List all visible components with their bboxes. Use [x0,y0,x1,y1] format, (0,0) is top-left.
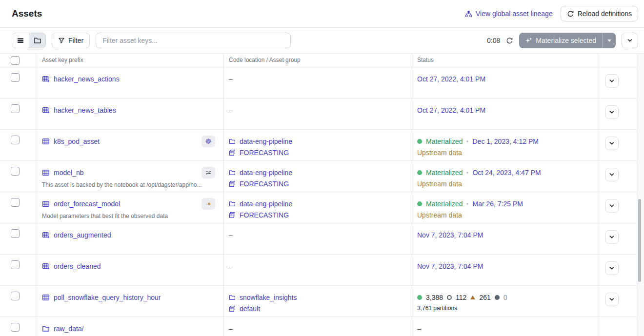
row-actions-button[interactable] [605,230,619,244]
table-plus-icon [42,106,50,114]
asset-key-link[interactable]: raw_data/ [54,325,83,333]
asset-group-icon [229,305,236,312]
table-icon [42,294,50,301]
failed-partitions-dot-icon [495,295,500,300]
reload-definitions-button[interactable]: Reload definitions [561,6,638,21]
folder-icon [229,169,236,176]
refresh-countdown: 0:08 [487,37,500,44]
row-checkbox[interactable] [11,73,20,82]
location-dash: – [229,325,233,333]
materialized-label: Materialized [426,200,463,208]
asset-group-link[interactable]: FORECASTING [240,180,289,188]
view-mode-toggle [12,33,46,48]
separator-dot [466,172,468,174]
last-materialization-time-link[interactable]: Nov 7, 2023, 7:04 PM [417,231,483,239]
row-checkbox[interactable] [11,323,20,332]
scrollbar-thumb[interactable] [638,199,641,282]
separator-dot [466,203,468,205]
page-header: Assets View global asset lineage Reload … [0,0,644,28]
stale-reason-tag: Upstream data [417,211,462,219]
row-actions-button[interactable] [605,199,619,213]
code-location-link[interactable]: data-eng-pipeline [240,169,292,177]
asset-group-link[interactable]: FORECASTING [240,211,289,219]
row-checkbox[interactable] [11,198,20,207]
table-view-button[interactable] [12,33,29,48]
noteable-notebook-icon [201,167,215,178]
asset-description: This asset is backed by the notebook at … [42,181,215,188]
jupyter-notebook-icon [201,198,215,210]
table-icon [42,169,50,177]
asset-group-link[interactable]: default [240,305,260,313]
materialized-dot-icon [417,139,422,144]
row-checkbox[interactable] [11,167,20,176]
view-global-asset-lineage-link[interactable]: View global asset lineage [465,10,553,18]
folder-view-button[interactable] [29,33,45,48]
stale-partitions-triangle-icon [470,296,475,299]
row-actions-button[interactable] [605,293,619,306]
asset-key-link[interactable]: orders_cleaned [54,262,101,270]
last-materialization-time-link[interactable]: Mar 26, 7:25 PM [472,200,523,208]
asset-key-link[interactable]: k8s_pod_asset [54,138,100,145]
column-header-code-location: Code location / Asset group [223,54,412,67]
folder-icon [229,200,236,207]
materialized-label: Materialized [426,169,463,177]
code-location-link[interactable]: data-eng-pipeline [240,200,292,208]
asset-key-link[interactable]: hacker_news_tables [54,106,116,114]
row-actions-button[interactable] [605,261,619,275]
failed-partitions-count: 0 [503,294,507,301]
table-row: poll_snowflake_query_history_hour snowfl… [0,286,644,317]
materialize-options-button[interactable] [602,33,616,48]
kubernetes-icon: ☸ [201,136,215,147]
filter-button-label: Filter [68,37,83,44]
table-plus-icon [42,75,50,83]
materialize-sparkle-icon [525,37,532,44]
select-all-checkbox[interactable] [11,56,20,65]
row-checkbox[interactable] [11,136,20,144]
status-dash: – [417,325,421,333]
table-row: order_forecast_model Model parameters th… [0,192,644,223]
refresh-icon[interactable] [506,37,513,44]
row-checkbox[interactable] [11,260,20,269]
asset-key-link[interactable]: hacker_news_actions [54,75,120,83]
materialized-partitions-dot-icon [417,295,422,300]
folder-view-icon [34,37,41,44]
row-actions-button[interactable] [605,105,619,119]
location-dash: – [229,231,233,239]
partitions-total: 3,761 partitions [417,305,457,312]
filter-button[interactable]: Filter [52,33,90,48]
reload-button-label: Reload definitions [578,10,632,18]
stale-reason-tag: Upstream data [417,149,462,157]
materialize-selected-button[interactable]: Materialize selected [519,33,602,48]
asset-key-link[interactable]: poll_snowflake_query_history_hour [54,294,161,301]
location-dash: – [229,75,233,83]
last-materialization-time-link[interactable]: Nov 7, 2023, 7:04 PM [417,262,483,270]
chevron-down-icon [627,38,633,43]
table-row: raw_data/ – – [0,317,644,336]
last-materialization-time-link[interactable]: Oct 27, 2022, 4:01 PM [417,106,485,114]
row-actions-button[interactable] [605,74,619,88]
last-materialization-time-link[interactable]: Oct 24, 2023, 4:47 PM [472,169,541,177]
location-dash: – [229,262,233,270]
asset-key-link[interactable]: model_nb [54,169,84,177]
asset-key-link[interactable]: order_forecast_model [54,200,120,208]
last-materialization-time-link[interactable]: Oct 27, 2022, 4:01 PM [417,75,485,83]
asset-key-filter-input[interactable] [96,33,291,48]
folder-icon [42,325,50,333]
filter-funnel-icon [58,37,65,44]
code-location-link[interactable]: snowflake_insights [240,294,297,301]
last-materialization-time-link[interactable]: Dec 1, 2023, 4:12 PM [472,138,538,145]
missing-partitions-count: 112 [456,294,466,301]
asset-group-icon [229,180,236,187]
table-row: hacker_news_actions – Oct 27, 2022, 4:01… [0,67,644,99]
collapse-toolbar-button[interactable] [622,33,638,48]
code-location-link[interactable]: data-eng-pipeline [240,138,292,145]
asset-key-link[interactable]: orders_augmented [54,231,111,239]
row-actions-button[interactable] [605,137,619,150]
row-checkbox[interactable] [11,292,20,300]
row-actions-button[interactable] [605,168,619,181]
row-checkbox[interactable] [11,104,20,113]
location-dash: – [229,106,233,114]
row-checkbox[interactable] [11,229,20,238]
table-row: orders_cleaned – Nov 7, 2023, 7:04 PM [0,255,644,286]
asset-group-link[interactable]: FORECASTING [240,149,289,157]
